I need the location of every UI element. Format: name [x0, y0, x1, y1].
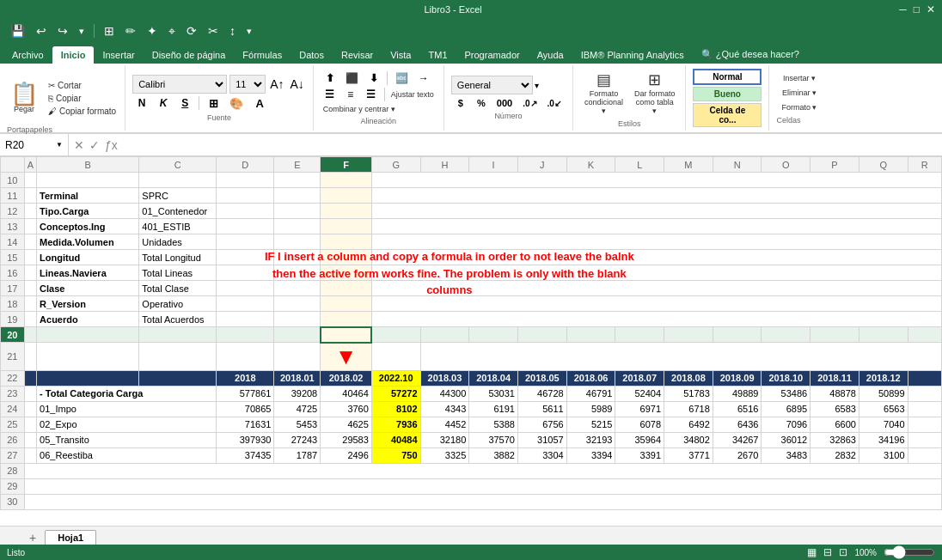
tab-inicio[interactable]: Inicio [52, 46, 95, 64]
sheet-add-btn[interactable]: + [26, 531, 40, 545]
cell-a24[interactable] [24, 401, 36, 417]
cell-a26[interactable] [24, 432, 36, 447]
cell-h25[interactable]: 4452 [420, 417, 469, 432]
col-header-q[interactable]: Q [859, 157, 908, 173]
cell-d24[interactable]: 70865 [217, 401, 274, 417]
align-top-btn[interactable]: ⬆ [321, 71, 339, 85]
col-header-b[interactable]: B [37, 157, 139, 173]
cell-n23[interactable]: 49889 [713, 386, 762, 401]
cell-o25[interactable]: 7096 [762, 417, 810, 432]
align-bottom-btn[interactable]: ⬇ [364, 71, 383, 85]
cell-f19[interactable] [321, 312, 372, 327]
cell-m23[interactable]: 51783 [664, 386, 713, 401]
cell-b17[interactable]: Clase [37, 281, 139, 296]
cell-p22[interactable]: 2018.11 [810, 370, 859, 386]
cell-f26[interactable]: 29583 [321, 432, 372, 447]
cell-e12[interactable] [274, 204, 321, 219]
cell-a15[interactable] [24, 250, 36, 265]
cell-m25[interactable]: 6492 [664, 417, 713, 432]
cell-j24[interactable]: 5611 [517, 401, 566, 417]
cell-j25[interactable]: 6756 [517, 417, 566, 432]
cell-d27[interactable]: 37435 [217, 447, 274, 463]
number-format-select[interactable]: General [451, 76, 533, 94]
format-btn[interactable]: Formato ▾ [776, 101, 822, 113]
qa-btn8[interactable]: ↕ [226, 22, 239, 40]
cell-m27[interactable]: 3771 [664, 447, 713, 463]
col-header-i[interactable]: I [469, 157, 518, 173]
cell-l24[interactable]: 6971 [615, 401, 664, 417]
cell-e17[interactable] [274, 281, 321, 296]
insert-function-btn[interactable]: ƒx [105, 138, 118, 152]
cell-e10[interactable] [274, 173, 321, 188]
indent-increase-btn[interactable]: → [414, 71, 433, 85]
col-header-o[interactable]: O [762, 157, 810, 173]
align-left-btn[interactable]: ☰ [321, 88, 339, 101]
cell-g25[interactable]: 7936 [371, 417, 420, 432]
cell-e23[interactable]: 39208 [274, 386, 321, 401]
cell-q25[interactable]: 7040 [859, 417, 908, 432]
cell-h22[interactable]: 2018.03 [420, 370, 469, 386]
cell-d21[interactable] [217, 343, 274, 371]
cell-o26[interactable]: 36012 [762, 432, 810, 447]
cell-b26[interactable]: 05_Transito [37, 432, 217, 447]
cell-e19[interactable] [274, 312, 321, 327]
format-table-btn[interactable]: ⊞ Dar formato como tabla ▾ [631, 69, 679, 117]
qa-btn6[interactable]: ⟳ [183, 22, 200, 40]
qa-btn7[interactable]: ✂ [205, 22, 222, 40]
cell-m26[interactable]: 34802 [664, 432, 713, 447]
cell-c16[interactable]: Total Lineas [139, 265, 217, 281]
sheet-tab-hoja1[interactable]: Hoja1 [45, 530, 96, 545]
dec-increase-btn[interactable]: .0↗ [518, 98, 541, 109]
cell-b18[interactable]: R_Version [37, 296, 139, 312]
cell-b11[interactable]: Terminal [37, 188, 139, 204]
col-header-k[interactable]: K [566, 157, 615, 173]
cell-g21[interactable] [371, 343, 420, 371]
cell-c22[interactable] [139, 370, 217, 386]
cell-h20[interactable] [420, 327, 469, 343]
cell-j26[interactable]: 31057 [517, 432, 566, 447]
col-header-m[interactable]: M [664, 157, 713, 173]
cell-r24[interactable] [908, 401, 941, 417]
cell-f25[interactable]: 4625 [321, 417, 372, 432]
copy-button[interactable]: ⎘ Copiar [45, 93, 119, 104]
cell-b27[interactable]: 06_Reestiba [37, 447, 217, 463]
dec-decrease-btn[interactable]: .0↙ [543, 98, 566, 109]
qa-btn4[interactable]: ✦ [144, 22, 161, 40]
cell-p27[interactable]: 2832 [810, 447, 859, 463]
cell-h24[interactable]: 4343 [420, 401, 469, 417]
cell-i22[interactable]: 2018.04 [469, 370, 518, 386]
cell-g26[interactable]: 40484 [371, 432, 420, 447]
cell-f18[interactable] [321, 296, 372, 312]
cell-c11[interactable]: SPRC [139, 188, 217, 204]
maximize-btn[interactable]: □ [914, 3, 920, 15]
cell-o24[interactable]: 6895 [762, 401, 810, 417]
cell-b19[interactable]: Acuerdo [37, 312, 139, 327]
cell-d11[interactable] [217, 188, 274, 204]
bold-btn[interactable]: N [132, 96, 151, 110]
cell-m22[interactable]: 2018.08 [664, 370, 713, 386]
cell-c19[interactable]: Total Acuerdos [139, 312, 217, 327]
cell-i26[interactable]: 37570 [469, 432, 518, 447]
cell-r23[interactable] [908, 386, 941, 401]
font-color-btn[interactable]: A [250, 96, 269, 111]
cell-l22[interactable]: 2018.07 [615, 370, 664, 386]
col-header-l[interactable]: L [615, 157, 664, 173]
delete-btn[interactable]: Eliminar ▾ [776, 87, 822, 99]
minimize-btn[interactable]: ─ [899, 3, 907, 15]
cell-m24[interactable]: 6718 [664, 401, 713, 417]
tab-programador[interactable]: Programador [456, 46, 529, 64]
cell-d14[interactable] [217, 234, 274, 250]
cell-b25[interactable]: 02_Expo [37, 417, 217, 432]
cell-a14[interactable] [24, 234, 36, 250]
tab-search[interactable]: 🔍 ¿Qué desea hacer? [693, 46, 808, 64]
cell-b15[interactable]: Longitud [37, 250, 139, 265]
cell-a25[interactable] [24, 417, 36, 432]
cell-n27[interactable]: 2670 [713, 447, 762, 463]
cell-b24[interactable]: 01_Impo [37, 401, 217, 417]
wrap-text-btn[interactable]: Ajustar texto [388, 89, 437, 100]
underline-btn[interactable]: S [175, 96, 194, 110]
cancel-formula-btn[interactable]: ✕ [74, 138, 84, 152]
col-header-c[interactable]: C [139, 157, 217, 173]
cell-l26[interactable]: 35964 [615, 432, 664, 447]
cell-o23[interactable]: 53486 [762, 386, 810, 401]
